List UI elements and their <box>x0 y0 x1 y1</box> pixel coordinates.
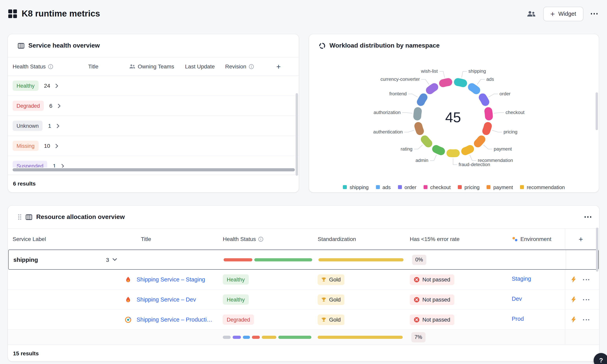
table-row-healthy[interactable]: Healthy 24 <box>8 76 299 96</box>
donut-segment-recommendation[interactable] <box>465 149 470 151</box>
environment-link[interactable]: Staging <box>512 275 531 282</box>
legend-item[interactable]: pricing <box>458 184 480 190</box>
environment-link[interactable]: Prod <box>512 316 524 322</box>
bolt-icon[interactable] <box>571 276 576 283</box>
table-widget-icon <box>26 214 32 220</box>
vertical-scrollbar[interactable] <box>596 228 598 272</box>
column-owning-teams[interactable]: Owning Teams <box>129 63 185 70</box>
legend-item[interactable]: recommendation <box>520 184 565 190</box>
page-more-button[interactable] <box>589 7 599 20</box>
share-users-button[interactable] <box>525 7 538 20</box>
table-row-degraded[interactable]: Degraded 6 <box>8 96 299 116</box>
info-icon[interactable] <box>48 64 53 69</box>
donut-segment-wish-list[interactable] <box>443 82 448 83</box>
row-more-button[interactable] <box>583 299 589 300</box>
group-row-shipping[interactable]: shipping 3 0% <box>8 250 599 270</box>
donut-segment-fraud-detection[interactable] <box>450 153 456 153</box>
donut-label: authorization <box>373 110 400 115</box>
column-service-label[interactable]: Service Label <box>8 236 122 242</box>
column-label: Health Status <box>223 236 256 242</box>
donut-segment-checkout[interactable] <box>488 111 489 116</box>
donut-segment-order[interactable] <box>483 97 485 102</box>
table-row-missing[interactable]: Missing 10 <box>8 136 299 156</box>
vertical-scrollbar[interactable] <box>296 93 298 176</box>
table-row-unknown[interactable]: Unknown 1 <box>8 116 299 136</box>
column-label: Health Status <box>13 63 46 70</box>
column-health-status[interactable]: Health Status <box>8 63 88 70</box>
column-title[interactable]: Title <box>88 63 129 70</box>
column-last-update[interactable]: Last Update <box>185 63 225 70</box>
donut-segment-payment[interactable] <box>478 139 482 143</box>
add-column-button[interactable]: + <box>275 60 282 73</box>
info-icon[interactable] <box>248 64 254 69</box>
results-footer: 6 results <box>8 175 299 192</box>
column-error-rate[interactable]: Has <15% error rate <box>410 236 510 242</box>
table-row[interactable]: Shipping Service – Dev Healthy Gold Not … <box>8 290 599 310</box>
column-title[interactable]: Title <box>122 236 223 242</box>
legend-item[interactable]: checkout <box>424 184 451 190</box>
bolt-icon[interactable] <box>571 316 576 323</box>
info-icon[interactable] <box>258 236 263 242</box>
workload-donut-chart[interactable]: shippingadsordercheckoutpricingpaymentre… <box>309 57 599 182</box>
donut-label: ads <box>486 77 494 82</box>
add-widget-button[interactable]: + Widget <box>543 6 583 21</box>
service-entity-icon <box>125 316 131 323</box>
team-icon <box>129 64 135 69</box>
error-rate-badge: 0% <box>412 255 426 265</box>
row-more-button[interactable] <box>583 279 589 280</box>
chevron-down-icon[interactable] <box>112 258 117 261</box>
label-leader-line <box>483 145 492 149</box>
entity-link[interactable]: Shipping Service – Producti… <box>137 316 212 323</box>
column-add: + <box>263 60 299 73</box>
column-revision[interactable]: Revision <box>225 63 263 70</box>
column-health-status[interactable]: Health Status <box>223 236 318 242</box>
legend-item[interactable]: ads <box>376 184 391 190</box>
table-row-suspended[interactable]: Suspended 1 <box>8 156 299 168</box>
column-standardization[interactable]: Standardization <box>318 236 410 242</box>
entity-link[interactable]: Shipping Service – Dev <box>137 296 196 303</box>
legend-item[interactable]: shipping <box>343 184 369 190</box>
table-row-partial[interactable]: 7% <box>8 330 599 344</box>
horizontal-scrollbar[interactable] <box>13 168 295 171</box>
donut-segment-authorization[interactable] <box>417 111 418 116</box>
chevron-right-icon[interactable] <box>56 84 58 88</box>
chart-legend: shippingadsordercheckoutpricingpaymentre… <box>309 182 599 192</box>
bolt-icon[interactable] <box>571 296 576 303</box>
health-status-badge: Healthy <box>223 274 249 285</box>
donut-segment-currency-converter[interactable] <box>430 87 434 90</box>
table-row[interactable]: Shipping Service – Staging Healthy Gold … <box>8 270 599 290</box>
widget-more-button[interactable] <box>583 210 593 224</box>
label-leader-line <box>477 79 485 85</box>
group-count: 3 <box>106 257 109 263</box>
status-badge: Degraded <box>13 101 44 111</box>
question-mark-icon: ? <box>599 357 603 364</box>
row-more-button[interactable] <box>583 319 589 320</box>
column-environment[interactable]: Environment <box>510 236 565 242</box>
chevron-right-icon[interactable] <box>58 104 61 108</box>
legend-item[interactable]: order <box>398 184 416 190</box>
environment-link[interactable]: Dev <box>512 296 522 302</box>
donut-segment-ads[interactable] <box>472 87 476 90</box>
add-column-button[interactable]: + <box>579 235 583 243</box>
chevron-right-icon[interactable] <box>61 164 64 168</box>
error-rate-check-badge: Not passed <box>410 314 454 325</box>
donut-label: currency-converter <box>380 77 420 82</box>
donut-label: wish-list <box>421 68 438 74</box>
donut-segment-rating[interactable] <box>425 139 428 143</box>
chevron-right-icon[interactable] <box>56 144 58 148</box>
legend-item[interactable]: payment <box>486 184 513 190</box>
donut-segment-shipping[interactable] <box>458 82 463 83</box>
plus-icon: + <box>276 63 281 70</box>
drag-handle-icon[interactable] <box>18 214 22 220</box>
donut-segment-frontend[interactable] <box>421 97 424 102</box>
donut-segment-pricing[interactable] <box>486 126 488 131</box>
entity-link[interactable]: Shipping Service – Staging <box>137 276 205 283</box>
trophy-icon <box>321 277 326 282</box>
chevron-right-icon[interactable] <box>57 124 59 128</box>
donut-segment-admin[interactable] <box>436 149 441 151</box>
vertical-scrollbar[interactable] <box>596 92 598 130</box>
legend-label: shipping <box>350 184 369 190</box>
group-count: 1 <box>53 163 56 168</box>
table-row[interactable]: Shipping Service – Producti… Degraded Go… <box>8 310 599 330</box>
donut-segment-authentication[interactable] <box>418 126 420 131</box>
